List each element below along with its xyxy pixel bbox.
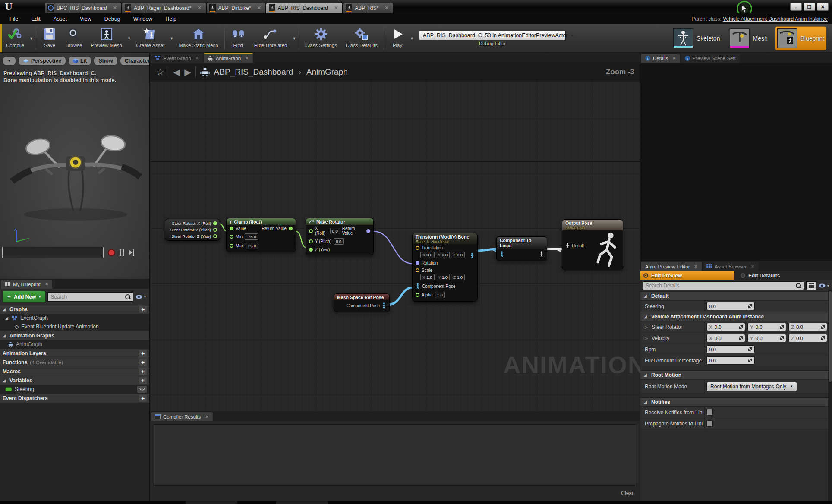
tab-close-icon[interactable]: ✕ [45,282,48,287]
output-pose-pin[interactable] [539,251,544,257]
details-search-input[interactable] [646,283,793,289]
animgraph-canvas[interactable]: ☆ ◀ ▶ ABP_RIS_Dashboard › AnimGraph Zoom… [150,63,640,411]
output-pose-pin[interactable] [382,302,386,309]
input-pin-x-roll[interactable] [309,229,313,233]
my-blueprint-search-input[interactable] [50,294,123,300]
macros-section-header[interactable]: Macros ＋ [0,367,149,376]
nav-forward-icon[interactable]: ▶ [184,67,191,77]
input-pin-max[interactable] [230,244,233,248]
steer-rotator-y-field[interactable]: Y0.0 [747,323,786,331]
class-defaults-button[interactable]: Class Defaults [341,24,382,52]
steering-value-field[interactable]: 0.0 [706,302,755,310]
min-value-field[interactable]: -25.0 [245,233,258,240]
make-static-mesh-button[interactable]: Make Static Mesh [174,24,222,52]
tab-close-icon[interactable]: ✕ [385,5,389,11]
viewport-text-input[interactable] [2,247,104,258]
drag-value-icon[interactable] [780,336,784,340]
breadcrumb-current[interactable]: AnimGraph [306,67,348,77]
mode-blueprint-button[interactable]: Blueprint [775,27,826,50]
root-motion-section-header[interactable]: ◢ Root Motion [640,370,832,380]
details-scrollbar[interactable] [828,290,832,504]
translation-y-field[interactable]: Y0.0 [436,252,450,258]
menu-debug[interactable]: Debug [98,15,126,23]
scale-y-field[interactable]: Y1.0 [436,274,450,280]
asset-tab-abp-ris[interactable]: ABP_RIS* ✕ [343,3,393,13]
breadcrumb-root[interactable]: ABP_RIS_Dashboard [214,67,293,77]
viewport-options-button[interactable]: ▼ [3,56,16,66]
translation-x-field[interactable]: X0.0 [420,252,435,258]
velocity-x-field[interactable]: X0.0 [706,334,745,342]
add-event-dispatcher-button[interactable]: ＋ [139,395,147,402]
window-close-button[interactable]: ✕ [817,3,829,11]
tab-close-icon[interactable]: ✕ [694,264,698,269]
notifies-section-header[interactable]: ◢ Notifies [640,397,832,407]
mode-skeleton-button[interactable]: Skeleton [671,27,722,50]
asset-browser-tab[interactable]: Asset Browser ✕ [703,262,759,271]
node-make-rotator[interactable]: Make Rotator X (Roll) 0.0 Return Value Y… [306,218,374,255]
perspective-button[interactable]: Perspective [18,56,66,66]
graphs-section-header[interactable]: ◢ Graphs ＋ [0,305,149,314]
asset-tab-abp-ris-dashboard[interactable]: ABP_RIS_Dashboard ✕ [266,3,342,13]
tab-close-icon[interactable]: ✕ [197,5,201,11]
property-splitter[interactable] [704,301,705,312]
details-tab[interactable]: i Details ✕ [641,54,680,63]
tab-close-icon[interactable]: ✕ [334,5,338,11]
compile-button[interactable]: Compile [0,24,28,52]
event-graph-tab[interactable]: Event Graph ✕ [151,54,203,63]
tab-close-icon[interactable]: ✕ [195,56,199,60]
input-pin-rotation[interactable] [416,261,419,265]
animgraph-tab[interactable]: AnimGraph ✕ [204,54,253,63]
add-function-button[interactable]: ＋ [139,359,147,366]
lit-button[interactable]: Lit [68,56,91,66]
compile-dropdown-icon[interactable]: ▼ [28,36,34,41]
event-update-item[interactable]: ◇ Event Blueprint Update Animation [0,322,149,331]
max-value-field[interactable]: 25.0 [246,243,258,249]
node-component-to-local[interactable]: Component To Local [496,236,547,261]
velocity-y-field[interactable]: Y0.0 [747,334,786,342]
output-pose-pin[interactable] [470,253,474,259]
input-pin-result[interactable] [565,243,570,249]
event-dispatchers-section-header[interactable]: Event Dispatchers ＋ [0,394,149,403]
browse-button[interactable]: Browse [61,24,86,52]
drag-value-icon[interactable] [780,325,784,329]
hide-unrelated-button[interactable]: Hide Unrelated [250,24,292,52]
drag-value-icon[interactable] [748,359,752,362]
input-pose-pin[interactable] [500,251,504,257]
animation-layers-section-header[interactable]: Animation Layers ＋ [0,349,149,358]
visibility-filter-button[interactable]: ▼ [136,295,147,299]
node-transform-modify-bone[interactable]: Transform (Modify) Bone Bone: b_Handleba… [412,233,478,302]
output-pin[interactable] [213,221,217,225]
steer-rotator-x-field[interactable]: X0.0 [706,323,745,331]
x-value-field[interactable]: 0.0 [330,228,340,234]
preview-scene-settings-tab[interactable]: i Preview Scene Sett [681,54,740,63]
output-pin-return[interactable] [366,229,370,233]
add-new-button[interactable]: ＋ Add New ▼ [3,291,45,302]
default-section-header[interactable]: ◢ Default [640,291,832,301]
create-asset-button[interactable]: Create Asset [132,24,169,52]
asset-tab-bpc-ris-dashboard[interactable]: BPC_RIS_Dashboard ✕ [45,3,121,13]
step-forward-button[interactable] [129,249,134,256]
property-splitter[interactable] [704,344,705,355]
propagate-notifies-checkbox[interactable] [706,420,713,427]
velocity-z-field[interactable]: Z0.0 [788,334,827,342]
input-pin-z-yaw[interactable] [309,248,313,252]
output-pin-return[interactable] [289,227,293,230]
expand-arrow-icon[interactable]: ▷ [645,325,649,329]
input-pin-component-pose[interactable] [416,283,420,289]
animation-graphs-section-header[interactable]: ◢ Animation Graphs [0,331,149,340]
window-maximize-button[interactable]: ❐ [804,3,815,11]
rpm-value-field[interactable]: 0.0 [706,345,755,353]
root-motion-mode-dropdown[interactable]: Root Motion from Montages Only ▼ [706,382,797,391]
variable-visibility-button[interactable] [137,386,147,393]
input-pin-alpha[interactable] [416,293,419,297]
fuel-value-field[interactable]: 0.0 [706,356,755,365]
steer-rotator-z-field[interactable]: Z0.0 [788,323,827,331]
pause-button[interactable] [120,249,124,256]
output-pin[interactable] [213,234,217,238]
add-animation-layer-button[interactable]: ＋ [139,350,147,357]
class-settings-button[interactable]: Class Settings [301,24,341,52]
menu-asset[interactable]: Asset [47,15,73,23]
display-filter-button[interactable] [806,281,816,290]
input-pin-scale[interactable] [416,268,419,272]
variable-steering-item[interactable]: Steering [0,385,149,394]
